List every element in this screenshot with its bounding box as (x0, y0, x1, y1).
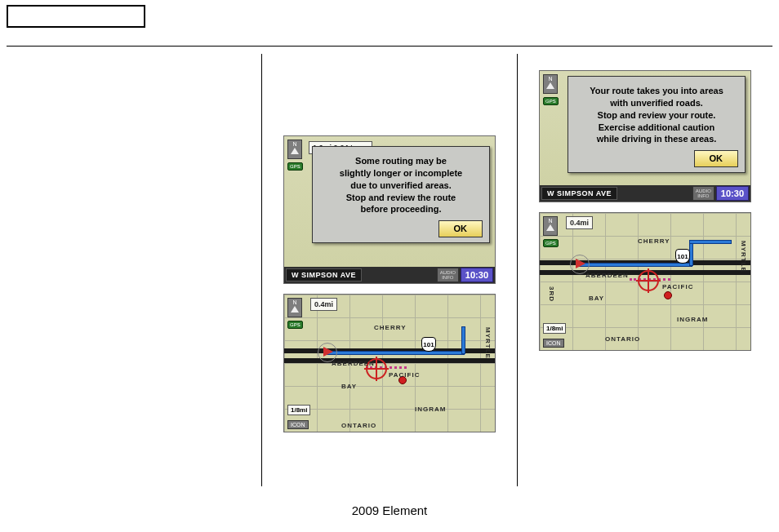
route-segment-h (325, 352, 464, 354)
destination-pin (664, 291, 672, 299)
ok-button[interactable]: OK (694, 150, 739, 167)
map-grid (284, 295, 495, 432)
gps-badge: GPS (287, 162, 303, 171)
route-segment-v (462, 327, 465, 353)
target-icon (638, 270, 659, 291)
compass-icon: N (543, 216, 558, 236)
gps-badge: GPS (287, 321, 303, 329)
label-bay: BAY (341, 383, 357, 390)
label-ingram: INGRAM (677, 316, 708, 323)
label-cherry: CHERRY (374, 324, 406, 331)
nav-bottom-bar: W SIMPSON AVE AUDIO INFO 10:30 (540, 185, 750, 202)
nav-screen-1: N GPS 1.6mi 0:04 to go Some routing may … (283, 135, 496, 284)
page-footer: 2009 Element (0, 503, 779, 517)
label-pacific: PACIFIC (662, 283, 693, 290)
nav-top-1: N GPS 1.6mi 0:04 to go Some routing may … (284, 136, 495, 267)
label-cherry: CHERRY (638, 237, 670, 245)
column-middle: N GPS 1.6mi 0:04 to go Some routing may … (261, 54, 517, 486)
compass-icon: N (287, 140, 302, 159)
audio-info-button[interactable]: AUDIO INFO (437, 268, 459, 282)
label-ontario: ONTARIO (605, 335, 640, 343)
distance-box: 0.4mi (310, 298, 337, 311)
column-left (7, 54, 261, 486)
nav-top-2: N GPS Your route takes you into areas wi… (540, 71, 750, 185)
label-pacific: PACIFIC (389, 371, 420, 379)
column-right: N GPS Your route takes you into areas wi… (517, 54, 772, 486)
unverified-warning-dialog: Your route takes you into areas with unv… (568, 76, 746, 173)
vehicle-icon (323, 347, 333, 357)
nav-screen-2: N GPS Your route takes you into areas wi… (539, 70, 751, 202)
route-segment-v1 (690, 241, 692, 265)
road-major-2 (284, 358, 495, 363)
label-myrtle: MYRTLE (484, 327, 492, 359)
horizontal-rule (7, 46, 772, 47)
distance-box: 0.4mi (566, 216, 593, 229)
label-third: 3RD (548, 286, 555, 302)
clock: 10:30 (716, 186, 749, 201)
dialog-text: Some routing may be slightly longer or i… (319, 155, 483, 215)
audio-info-button[interactable]: AUDIO INFO (692, 186, 714, 201)
routing-warning-dialog: Some routing may be slightly longer or i… (312, 146, 490, 243)
label-ingram: INGRAM (415, 406, 446, 413)
clock: 10:30 (461, 268, 493, 282)
icon-button[interactable]: ICON (543, 339, 564, 348)
gps-badge: GPS (543, 97, 559, 105)
nav-bottom-bar: W SIMPSON AVE AUDIO INFO 10:30 (284, 267, 495, 283)
route-segment-h2 (690, 241, 731, 243)
gps-badge: GPS (543, 239, 559, 247)
dialog-text: Your route takes you into areas with unv… (575, 85, 738, 145)
scale-indicator: 1/8mi (543, 323, 566, 334)
route-segment-h1 (577, 264, 692, 266)
ok-button[interactable]: OK (438, 220, 483, 237)
compass-icon: N (287, 298, 302, 317)
columns: N GPS 1.6mi 0:04 to go Some routing may … (7, 54, 772, 486)
label-bay: BAY (589, 295, 604, 302)
icon-button[interactable]: ICON (287, 420, 309, 429)
label-aberdeen: ABERDEEN (332, 360, 375, 367)
compass-icon: N (543, 74, 558, 94)
header-box (7, 5, 145, 28)
hwy-shield: 101 (675, 249, 690, 264)
label-ontario: ONTARIO (341, 422, 376, 429)
vehicle-icon (576, 259, 585, 268)
hwy-shield: 101 (421, 337, 436, 352)
label-aberdeen: ABERDEEN (585, 272, 629, 279)
nav-map-1[interactable]: 101 N GPS 0.4mi CHERRY ABERDEEN PACIFIC … (283, 294, 496, 432)
street-name: W SIMPSON AVE (286, 268, 362, 282)
scale-indicator: 1/8mi (287, 405, 310, 415)
label-myrtle: MYRTLE (740, 241, 747, 273)
street-name: W SIMPSON AVE (541, 187, 617, 200)
nav-map-2[interactable]: 101 N GPS 0.4mi CHERRY ABERDEEN PACIFIC … (539, 212, 751, 351)
